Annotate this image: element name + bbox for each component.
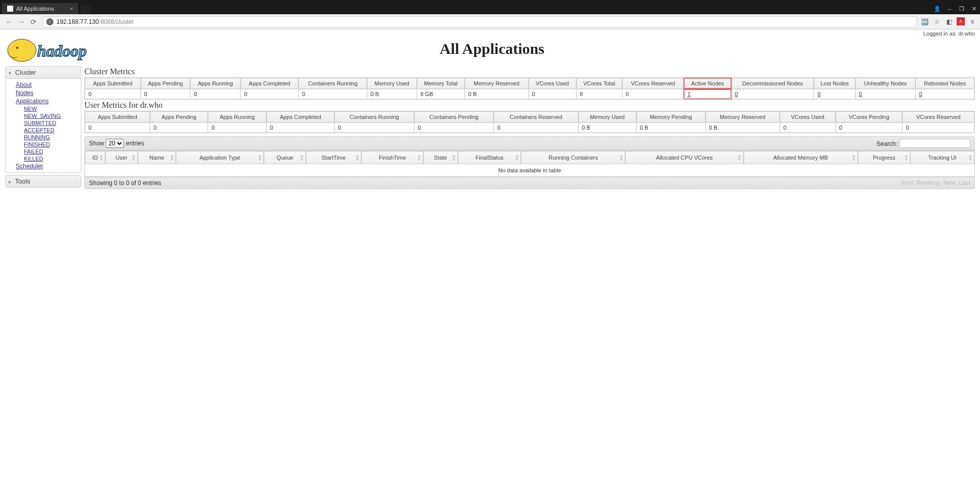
entries-label: entries [126, 140, 144, 147]
nav-link-new[interactable]: NEW [6, 105, 81, 112]
col-running-containers[interactable]: Running Containers▲▼ [521, 151, 625, 164]
table-row: 0 0 0 0 0 0 B 8 GB 0 B 0 8 0 1 0 0 0 0 [85, 89, 974, 99]
td-memory-reserved: 0 B [465, 89, 528, 99]
nav-link-nodes[interactable]: Nodes [6, 89, 81, 97]
sort-icon: ▲▼ [170, 154, 174, 161]
extension-icon-3[interactable]: ≡ [968, 17, 977, 26]
col-state[interactable]: State▲▼ [423, 151, 458, 164]
col-queue[interactable]: Queue▲▼ [264, 151, 305, 164]
window-maximize-button[interactable]: ❐ [956, 3, 968, 14]
nav-link-applications[interactable]: Applications [6, 97, 81, 105]
expand-icon: ▸ [9, 179, 11, 185]
th-apps-running: Apps Running [190, 78, 240, 89]
col-user[interactable]: User▲▼ [105, 151, 138, 164]
col-name[interactable]: Name▲▼ [138, 151, 176, 164]
col-allocated-memory[interactable]: Allocated Memory MB▲▼ [744, 151, 858, 164]
td-apps-submitted: 0 [85, 89, 141, 99]
nav-link-running[interactable]: RUNNING [6, 134, 81, 141]
td-apps-running: 0 [190, 89, 240, 99]
td-u-memory-used: 0 B [578, 123, 636, 133]
back-button[interactable]: ← [3, 16, 15, 28]
nav-link-about[interactable]: About [6, 81, 81, 89]
paginate-previous[interactable]: Previous [916, 179, 940, 187]
tab-favicon [7, 6, 13, 12]
tab-close-icon[interactable]: × [70, 6, 73, 12]
col-allocated-vcores[interactable]: Allocated CPU VCores▲▼ [625, 151, 743, 164]
nav-link-accepted[interactable]: ACCEPTED [6, 127, 81, 134]
decommissioned-nodes-link[interactable]: 0 [735, 91, 738, 97]
window-close-button[interactable]: ✕ [968, 3, 980, 14]
reload-button[interactable]: ⟳ [27, 16, 40, 28]
sort-icon: ▲▼ [258, 154, 262, 161]
sort-icon: ▲▼ [904, 154, 908, 161]
nav-link-scheduler[interactable]: Scheduler [6, 162, 81, 170]
pagination: First Previous Next Last [902, 179, 970, 187]
login-info: Logged in as: dr.who [923, 31, 975, 37]
td-unhealthy-nodes: 0 [855, 89, 915, 99]
paginate-next[interactable]: Next [943, 179, 956, 187]
th-u-vcores-pending: VCores Pending [836, 111, 903, 123]
datatable-info: Showing 0 to 0 of 0 entries [89, 179, 161, 187]
new-tab-button[interactable] [80, 5, 90, 14]
star-icon[interactable]: ☆ [932, 17, 941, 26]
col-id[interactable]: ID▲▼ [85, 151, 105, 164]
extension-icon-1[interactable]: ◧ [944, 17, 954, 26]
td-memory-used: 0 B [367, 89, 417, 99]
sort-icon: ▲▼ [452, 154, 456, 161]
nav-section-tools: ▸ Tools [5, 175, 81, 188]
window-minimize-button[interactable]: – [943, 3, 956, 14]
td-u-memory-pending: 0 B [636, 123, 706, 133]
sort-icon: ▲▼ [968, 154, 972, 161]
forward-button[interactable]: → [15, 16, 27, 28]
td-u-containers-running: 0 [334, 123, 414, 133]
cluster-metrics-title: Cluster Metrics [84, 67, 975, 76]
paginate-last[interactable]: Last [959, 179, 970, 187]
nav-link-submitted[interactable]: SUBMITTED [6, 119, 81, 127]
nav-header-cluster[interactable]: ▾ Cluster [6, 67, 81, 79]
translate-icon[interactable]: 🔤 [920, 17, 929, 26]
browser-tab[interactable]: All Applications × [2, 3, 78, 14]
rebooted-nodes-link[interactable]: 0 [919, 91, 922, 97]
nav-link-finished[interactable]: FINISHED [6, 141, 81, 148]
col-tracking-ui[interactable]: Tracking UI▲▼ [910, 151, 974, 164]
search-input[interactable] [899, 139, 970, 148]
sort-icon: ▲▼ [355, 154, 359, 161]
col-start-time[interactable]: StartTime▲▼ [306, 151, 362, 164]
col-app-type[interactable]: Application Type▲▼ [176, 151, 264, 164]
nav-link-killed[interactable]: KILLED [6, 155, 81, 162]
nav-link-failed[interactable]: FAILED [6, 148, 81, 155]
th-u-containers-reserved: Containers Reserved [494, 111, 578, 123]
user-icon[interactable]: 👤 [931, 3, 943, 14]
td-u-apps-running: 0 [208, 123, 266, 133]
th-u-containers-pending: Containers Pending [414, 111, 494, 123]
collapse-icon: ▾ [9, 70, 11, 76]
col-final-status[interactable]: FinalStatus▲▼ [458, 151, 521, 164]
table-row: No data available in table [85, 164, 974, 176]
td-containers-running: 0 [298, 89, 367, 99]
col-finish-time[interactable]: FinishTime▲▼ [361, 151, 423, 164]
td-u-memory-reserved: 0 B [706, 123, 780, 133]
side-nav: ▾ Cluster About Nodes Applications NEW N… [5, 66, 81, 190]
th-apps-completed: Apps Completed [240, 78, 298, 89]
td-rebooted-nodes: 0 [915, 89, 974, 99]
paginate-first[interactable]: First [902, 179, 913, 187]
td-vcores-total: 8 [576, 89, 623, 99]
extension-icon-2[interactable]: A [957, 17, 965, 25]
td-u-apps-pending: 0 [150, 123, 208, 133]
unhealthy-nodes-link[interactable]: 0 [859, 91, 862, 97]
lost-nodes-link[interactable]: 0 [817, 91, 820, 97]
info-icon[interactable]: i [46, 18, 53, 25]
url-text: 192.168.77.130:8088/cluster [56, 18, 134, 25]
td-apps-pending: 0 [141, 89, 191, 99]
active-nodes-link[interactable]: 1 [687, 91, 690, 97]
td-active-nodes: 1 [684, 89, 731, 99]
user-metrics-title: User Metrics for dr.who [84, 101, 975, 110]
page-size-select[interactable]: 20 [106, 139, 124, 148]
th-lost-nodes: Lost Nodes [814, 78, 855, 89]
nav-header-tools[interactable]: ▸ Tools [6, 175, 81, 187]
nav-link-new-saving[interactable]: NEW_SAVING [6, 112, 81, 119]
extension-icons: 🔤 ☆ ◧ A ≡ [920, 17, 977, 26]
url-bar[interactable]: i 192.168.77.130:8088/cluster [43, 16, 917, 27]
col-progress[interactable]: Progress▲▼ [858, 151, 910, 164]
cluster-metrics-table: Apps Submitted Apps Pending Apps Running… [84, 77, 975, 100]
